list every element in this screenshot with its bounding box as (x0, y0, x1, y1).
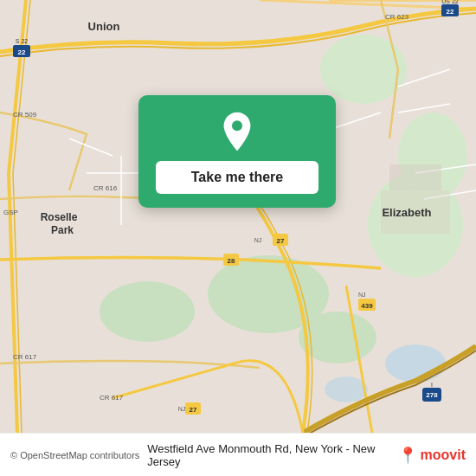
map-attribution: © OpenStreetMap contributors (10, 450, 139, 460)
svg-text:CR 509: CR 509 (13, 111, 37, 119)
svg-point-53 (232, 120, 242, 131)
svg-text:278: 278 (426, 391, 438, 399)
bottom-bar: © OpenStreetMap contributors Westfield A… (0, 433, 476, 476)
svg-text:CR 617: CR 617 (100, 394, 124, 402)
svg-text:NJ: NJ (254, 237, 262, 243)
svg-text:Union: Union (88, 20, 120, 33)
svg-text:439: 439 (361, 302, 373, 310)
moovit-label: moovit (421, 447, 466, 463)
svg-text:CR 616: CR 616 (93, 184, 118, 192)
svg-point-3 (100, 281, 195, 342)
svg-text:CR 617: CR 617 (13, 353, 37, 361)
map-container: 22 S 22 22 US 22 CR 509 CR 616 CR 617 CR… (0, 0, 476, 433)
svg-text:Park: Park (51, 224, 74, 236)
svg-text:CR 623: CR 623 (385, 13, 409, 21)
svg-text:28: 28 (228, 257, 235, 265)
svg-text:NJ: NJ (178, 406, 186, 412)
svg-rect-21 (389, 164, 441, 190)
location-text: Westfield Ave Monmouth Rd, New York - Ne… (147, 442, 394, 468)
svg-text:GSP: GSP (3, 209, 18, 216)
svg-text:Elizabeth: Elizabeth (382, 206, 431, 219)
svg-text:I: I (431, 382, 433, 388)
svg-point-8 (325, 376, 368, 402)
svg-text:27: 27 (190, 406, 197, 414)
svg-text:S 22: S 22 (16, 38, 29, 44)
location-pin-icon (216, 111, 258, 152)
popup-card: Take me there (138, 95, 336, 208)
svg-text:Roselle: Roselle (41, 211, 78, 223)
moovit-logo: 📍 moovit (398, 446, 466, 465)
svg-text:22: 22 (447, 8, 454, 16)
svg-text:NJ: NJ (358, 292, 366, 298)
svg-text:22: 22 (18, 48, 26, 56)
svg-text:US 22: US 22 (441, 0, 459, 4)
take-me-there-button[interactable]: Take me there (156, 161, 318, 194)
svg-point-6 (320, 35, 407, 104)
moovit-pin: 📍 (398, 446, 417, 465)
svg-text:27: 27 (277, 237, 285, 245)
svg-point-7 (385, 344, 446, 383)
